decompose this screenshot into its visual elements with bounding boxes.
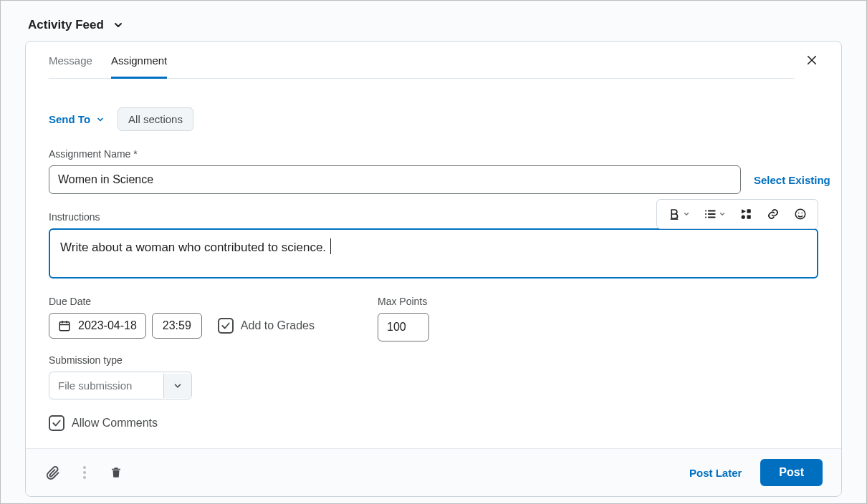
add-to-grades-label: Add to Grades — [241, 319, 315, 332]
svg-point-20 — [83, 466, 86, 469]
insert-stuff-button[interactable] — [733, 203, 759, 226]
instructions-text: Write about a woman who contributed to s… — [60, 241, 326, 254]
svg-point-3 — [705, 210, 706, 212]
assignment-name-label: Assignment Name * — [49, 148, 818, 160]
rich-text-toolbar — [656, 199, 818, 229]
send-to-label: Send To — [49, 113, 90, 125]
more-options-button[interactable] — [76, 464, 93, 481]
svg-rect-16 — [59, 322, 70, 331]
post-button[interactable]: Post — [760, 459, 823, 486]
allow-comments-checkbox[interactable] — [49, 415, 64, 431]
allow-comments-label: Allow Comments — [72, 417, 158, 430]
link-button[interactable] — [760, 203, 786, 226]
svg-point-7 — [705, 217, 706, 218]
tabs: Message Assignment — [49, 42, 794, 79]
due-time-picker[interactable]: 23:59 — [152, 313, 202, 339]
svg-rect-12 — [747, 215, 751, 219]
recipient-chip-all-sections[interactable]: All sections — [118, 107, 193, 131]
svg-point-15 — [801, 213, 803, 214]
svg-point-22 — [83, 476, 86, 479]
svg-rect-10 — [747, 209, 751, 213]
list-dropdown-button[interactable] — [697, 203, 732, 226]
compose-card: Message Assignment Send To — [25, 41, 842, 497]
due-date-value: 2023-04-18 — [78, 319, 137, 332]
chevron-down-icon — [163, 374, 191, 398]
svg-point-13 — [795, 209, 805, 219]
svg-point-14 — [798, 213, 800, 214]
close-icon[interactable] — [805, 54, 818, 67]
svg-point-11 — [742, 215, 745, 219]
due-date-label: Due Date — [49, 296, 315, 307]
chevron-down-icon — [96, 115, 105, 124]
instructions-editor[interactable]: Write about a woman who contributed to s… — [49, 228, 818, 278]
due-date-picker[interactable]: 2023-04-18 — [49, 313, 146, 339]
submission-type-select[interactable]: File submission — [49, 372, 192, 399]
svg-point-5 — [705, 213, 706, 215]
checkbox-checked-icon — [218, 318, 234, 334]
chevron-down-icon — [112, 19, 124, 31]
activity-feed-dropdown[interactable]: Activity Feed — [25, 12, 842, 41]
text-caret — [330, 238, 331, 254]
page-title: Activity Feed — [28, 18, 104, 32]
app-frame: Activity Feed Message Assignment — [0, 0, 867, 504]
assignment-name-input[interactable] — [49, 165, 741, 194]
tab-message[interactable]: Message — [49, 42, 92, 79]
post-later-button[interactable]: Post Later — [689, 467, 742, 479]
add-to-grades-checkbox[interactable]: Add to Grades — [218, 318, 315, 334]
select-existing-link[interactable]: Select Existing — [754, 174, 830, 186]
delete-button[interactable] — [107, 464, 125, 481]
svg-point-21 — [83, 471, 86, 474]
bold-dropdown-button[interactable] — [661, 203, 696, 226]
attach-file-button[interactable] — [44, 464, 62, 481]
max-points-input[interactable] — [378, 313, 429, 341]
card-footer: Post Later Post — [26, 448, 841, 496]
svg-marker-9 — [742, 209, 746, 213]
calendar-icon — [58, 319, 71, 332]
submission-type-label: Submission type — [49, 354, 315, 366]
submission-type-value: File submission — [49, 372, 163, 399]
max-points-label: Max Points — [378, 296, 429, 307]
tab-assignment[interactable]: Assignment — [111, 42, 167, 79]
send-to-dropdown[interactable]: Send To — [49, 113, 105, 125]
emoji-button[interactable] — [787, 203, 813, 226]
